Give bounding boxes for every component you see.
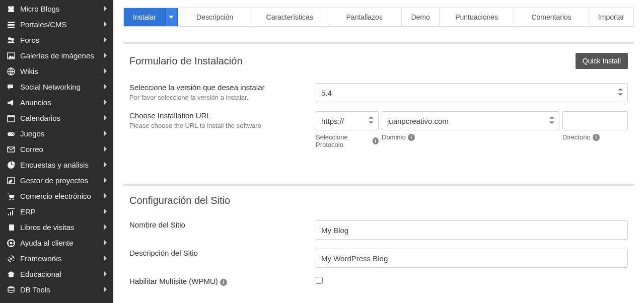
sidebar-item-erp[interactable]: ERP bbox=[0, 204, 113, 219]
info-icon[interactable]: i bbox=[408, 134, 415, 141]
main-content: Instalar Descripción Características Pan… bbox=[113, 0, 644, 303]
mail-icon bbox=[6, 145, 16, 154]
ads-icon bbox=[6, 99, 16, 107]
sidebar-item-label: ERP bbox=[20, 207, 36, 216]
tab-caracteristicas[interactable]: Características bbox=[252, 8, 327, 26]
calendar-icon bbox=[6, 114, 16, 122]
domain-select[interactable]: juanpcreativo.com bbox=[382, 111, 559, 130]
svg-point-19 bbox=[13, 198, 14, 200]
protocol-select[interactable]: https:// bbox=[316, 111, 379, 130]
multisite-checkbox[interactable] bbox=[316, 277, 323, 284]
sidebar-item-portals[interactable]: Portales/CMS bbox=[0, 17, 113, 32]
tab-instalar[interactable]: Instalar bbox=[124, 8, 166, 26]
site-desc-label: Descripción del Sitio bbox=[129, 249, 306, 257]
tabbar: Instalar Descripción Características Pan… bbox=[123, 8, 634, 27]
tab-label: Puntuaciones bbox=[455, 13, 498, 21]
chevron-right-icon bbox=[103, 21, 107, 29]
games-icon bbox=[6, 130, 16, 138]
tab-puntuaciones[interactable]: Puntuaciones bbox=[440, 8, 515, 26]
chevron-right-icon bbox=[103, 99, 107, 107]
chevron-right-icon bbox=[103, 223, 107, 232]
sidebar-item-dbtools[interactable]: DB Tools bbox=[0, 282, 113, 297]
chevron-right-icon bbox=[103, 83, 107, 91]
version-select[interactable]: 5.4 bbox=[316, 83, 628, 102]
svg-point-28 bbox=[8, 286, 14, 288]
info-icon[interactable]: i bbox=[373, 137, 379, 144]
svg-rect-22 bbox=[12, 210, 13, 215]
chevron-right-icon bbox=[103, 270, 107, 278]
svg-rect-10 bbox=[8, 116, 15, 117]
sidebar-item-support[interactable]: Ayuda al cliente bbox=[0, 235, 113, 251]
sidebar-item-label: Wikis bbox=[20, 67, 38, 75]
tab-descripcion[interactable]: Descripción bbox=[178, 8, 253, 26]
chevron-right-icon bbox=[103, 239, 107, 247]
sidebar-item-label: Comercio electrónico bbox=[20, 192, 91, 200]
sidebar-item-forums[interactable]: Foros bbox=[0, 32, 113, 48]
chevron-right-icon bbox=[103, 114, 107, 122]
chevron-right-icon bbox=[103, 177, 107, 185]
sidebar-item-label: Galerías de imágenes bbox=[20, 51, 94, 60]
tab-label: Instalar bbox=[133, 13, 156, 21]
tab-label: Pantallazos bbox=[346, 13, 383, 21]
guestbook-icon bbox=[6, 223, 16, 232]
sidebar-item-calendar[interactable]: Calendarios bbox=[0, 110, 113, 126]
sidebar-item-microblogs[interactable]: Micro Blogs bbox=[0, 1, 113, 17]
sidebar-item-label: Gestor de proyectos bbox=[20, 176, 88, 185]
tab-instalar-dropdown[interactable] bbox=[166, 8, 178, 26]
chevron-right-icon bbox=[103, 192, 107, 200]
galleries-icon bbox=[6, 52, 16, 60]
sidebar-item-mail[interactable]: Correo bbox=[0, 141, 113, 157]
forums-icon bbox=[6, 36, 16, 44]
social-icon bbox=[6, 83, 16, 91]
dbtools-icon bbox=[6, 286, 16, 294]
svg-rect-12 bbox=[12, 115, 13, 116]
svg-point-26 bbox=[10, 242, 13, 244]
sidebar: Micro Blogs Portales/CMS Foros Galerías … bbox=[0, 0, 113, 303]
install-form-title: Formulario de Instalación bbox=[129, 55, 243, 67]
erp-icon bbox=[6, 208, 16, 216]
tab-importar[interactable]: Importar bbox=[589, 8, 633, 26]
chevron-right-icon bbox=[103, 36, 107, 44]
sidebar-item-polls[interactable]: Encuestas y análisis bbox=[0, 157, 113, 173]
sidebar-item-label: Social Networking bbox=[20, 83, 81, 91]
tab-label: Características bbox=[266, 13, 313, 21]
sidebar-item-label: Portales/CMS bbox=[20, 20, 67, 29]
tab-label: Descripción bbox=[196, 13, 233, 21]
sidebar-item-label: Correo bbox=[20, 145, 43, 154]
multisite-label: Habilitar Multisite (WPMU) i bbox=[129, 277, 306, 286]
sidebar-item-social[interactable]: Social Networking bbox=[0, 79, 113, 95]
domain-sublabel: Dominio bbox=[382, 133, 406, 141]
site-name-input[interactable] bbox=[316, 220, 628, 240]
sidebar-item-education[interactable]: Educacional bbox=[0, 266, 113, 282]
quick-install-button[interactable]: Quick Install bbox=[576, 53, 628, 69]
sidebar-item-label: Calendarios bbox=[20, 114, 60, 122]
tab-demo[interactable]: Demo bbox=[402, 8, 439, 26]
tab-pantallazos[interactable]: Pantallazos bbox=[327, 8, 402, 26]
sidebar-item-frameworks[interactable]: Frameworks bbox=[0, 251, 113, 266]
sidebar-item-projects[interactable]: Gestor de proyectos bbox=[0, 173, 113, 188]
svg-point-14 bbox=[12, 133, 13, 134]
svg-point-15 bbox=[13, 134, 14, 135]
protocol-sublabel: Seleccione Protocolo bbox=[316, 133, 371, 148]
directory-input[interactable] bbox=[562, 111, 628, 130]
tab-comentarios[interactable]: Comentarios bbox=[514, 8, 589, 26]
sidebar-item-galleries[interactable]: Galerías de imágenes bbox=[0, 48, 113, 63]
support-icon bbox=[6, 239, 16, 247]
sidebar-item-ads[interactable]: Anuncios bbox=[0, 95, 113, 110]
sidebar-item-wiki[interactable]: Wikis bbox=[0, 63, 113, 79]
sidebar-item-guestbook[interactable]: Libros de visitas bbox=[0, 219, 113, 235]
info-icon[interactable]: i bbox=[220, 279, 227, 286]
sidebar-item-ecommerce[interactable]: Comercio electrónico bbox=[0, 188, 113, 204]
site-desc-input[interactable] bbox=[316, 249, 628, 268]
sidebar-item-label: Juegos bbox=[20, 129, 44, 138]
svg-rect-2 bbox=[8, 22, 15, 23]
sidebar-item-label: Educacional bbox=[20, 270, 61, 278]
chevron-right-icon bbox=[103, 52, 107, 60]
sidebar-item-games[interactable]: Juegos bbox=[0, 126, 113, 141]
version-hint: Por favor seleccione la versión a instal… bbox=[129, 94, 306, 101]
svg-rect-4 bbox=[8, 27, 15, 28]
tab-label: Comentarios bbox=[531, 13, 571, 21]
info-icon[interactable]: i bbox=[593, 134, 600, 141]
ecommerce-icon bbox=[6, 192, 16, 200]
sidebar-item-label: Frameworks bbox=[20, 254, 62, 263]
